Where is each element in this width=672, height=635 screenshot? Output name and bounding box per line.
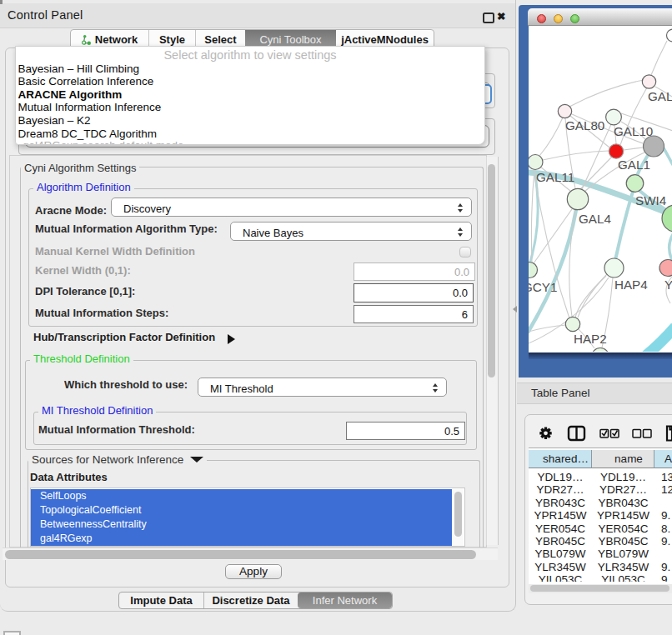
- svg-text:HAP4: HAP4: [614, 278, 648, 292]
- svg-text:GAL1: GAL1: [618, 158, 650, 172]
- svg-text:Y: Y: [664, 278, 672, 292]
- svg-text:GAL11: GAL11: [536, 170, 574, 184]
- svg-text:GCY1: GCY1: [529, 280, 557, 294]
- svg-text:SWI4: SWI4: [635, 193, 666, 208]
- svg-text:GAL4: GAL4: [579, 212, 611, 226]
- svg-text:GAL80: GAL80: [565, 118, 604, 132]
- svg-text:GAL: GAL: [648, 89, 672, 103]
- svg-text:GAL10: GAL10: [614, 124, 653, 138]
- svg-text:HAP2: HAP2: [574, 332, 607, 346]
